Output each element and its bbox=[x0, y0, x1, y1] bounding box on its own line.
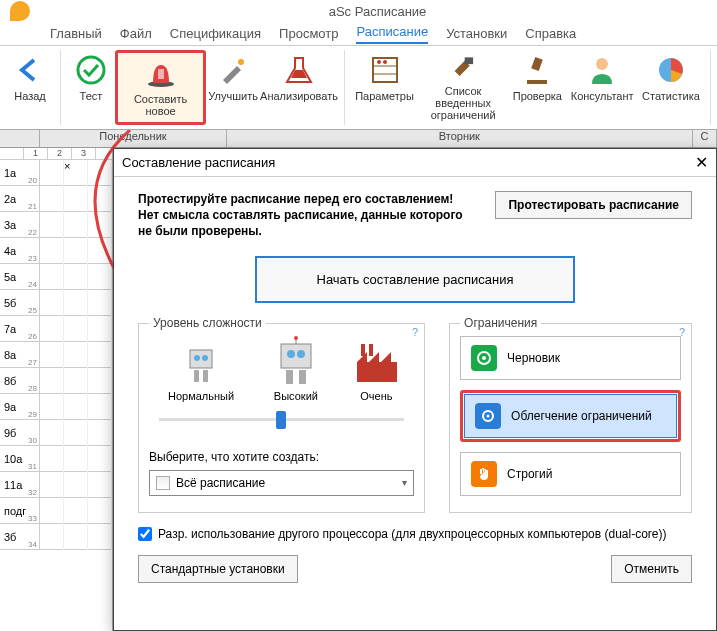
params-button[interactable]: Параметры bbox=[351, 50, 418, 125]
scope-value: Всё расписание bbox=[176, 476, 265, 490]
help-icon[interactable]: ? bbox=[412, 326, 418, 338]
robot-big-icon bbox=[269, 336, 323, 384]
constraints-fieldset: Ограничения ? Черновик Облегчение ограни… bbox=[449, 323, 692, 513]
stats-label: Статистика bbox=[642, 90, 700, 102]
tab-spec[interactable]: Спецификация bbox=[170, 26, 261, 41]
class-label: 1а20 bbox=[0, 160, 40, 185]
class-row: 3а22 bbox=[0, 212, 112, 238]
person-icon bbox=[586, 54, 618, 86]
dualcore-checkbox-row[interactable]: Разр. использование другого процессора (… bbox=[138, 527, 692, 541]
svg-point-17 bbox=[202, 355, 208, 361]
back-button[interactable]: Назад bbox=[6, 50, 54, 125]
class-label: подг33 bbox=[0, 498, 40, 523]
defaults-button[interactable]: Стандартные установки bbox=[138, 555, 298, 583]
robot-small-icon bbox=[174, 336, 228, 384]
constraint-relax[interactable]: Облегчение ограничений bbox=[464, 394, 677, 438]
difficulty-high[interactable]: Высокий bbox=[253, 336, 339, 402]
class-row: 5б25 bbox=[0, 290, 112, 316]
svg-rect-11 bbox=[527, 80, 547, 84]
class-row: 3б34 bbox=[0, 524, 112, 550]
difficulty-very[interactable]: Очень bbox=[339, 336, 414, 402]
improve-button[interactable]: Улучшить bbox=[206, 50, 260, 125]
class-label: 2а21 bbox=[0, 186, 40, 211]
scope-combobox[interactable]: Всё расписание ▾ bbox=[149, 470, 414, 496]
svg-rect-27 bbox=[357, 362, 397, 382]
constraints-list-button[interactable]: Список введенных ограничений bbox=[418, 50, 508, 125]
tab-view[interactable]: Просмотр bbox=[279, 26, 338, 41]
consultant-label: Консультант bbox=[571, 90, 634, 102]
svg-rect-19 bbox=[203, 370, 208, 382]
class-row: 11а32 bbox=[0, 472, 112, 498]
class-row: 4а23 bbox=[0, 238, 112, 264]
close-icon[interactable]: ✕ bbox=[695, 153, 708, 172]
constraint-strict-label: Строгий bbox=[507, 467, 552, 481]
calendar-icon bbox=[156, 476, 170, 490]
class-label: 5б25 bbox=[0, 290, 40, 315]
class-row: 9а29 bbox=[0, 394, 112, 420]
svg-rect-24 bbox=[299, 370, 306, 384]
class-label: 3б34 bbox=[0, 524, 40, 549]
svg-rect-18 bbox=[194, 370, 199, 382]
constraint-strict[interactable]: Строгий bbox=[460, 452, 681, 496]
generate-dialog: Составление расписания ✕ Протестируйте р… bbox=[113, 148, 717, 631]
class-row: 1а20× bbox=[0, 160, 112, 186]
constraints-list-label: Список введенных ограничений bbox=[424, 85, 502, 121]
class-label: 9б30 bbox=[0, 420, 40, 445]
stats-button[interactable]: Статистика bbox=[638, 50, 704, 125]
day-wed: С bbox=[693, 130, 717, 147]
check-label: Проверка bbox=[513, 90, 562, 102]
class-label: 7а26 bbox=[0, 316, 40, 341]
class-label: 8б28 bbox=[0, 368, 40, 393]
constraint-draft[interactable]: Черновик bbox=[460, 336, 681, 380]
tab-file[interactable]: Файл bbox=[120, 26, 152, 41]
svg-rect-23 bbox=[286, 370, 293, 384]
class-row: 5а24 bbox=[0, 264, 112, 290]
dualcore-checkbox[interactable] bbox=[138, 527, 152, 541]
class-row: 9б30 bbox=[0, 420, 112, 446]
class-label: 4а23 bbox=[0, 238, 40, 263]
annotation-highlight: Облегчение ограничений bbox=[460, 390, 681, 442]
class-label: 8а27 bbox=[0, 342, 40, 367]
class-row: 10а31 bbox=[0, 446, 112, 472]
main-menu: Главный Файл Спецификация Просмотр Распи… bbox=[0, 22, 717, 46]
pie-chart-icon bbox=[655, 54, 687, 86]
class-label: 11а32 bbox=[0, 472, 40, 497]
cancel-button[interactable]: Отменить bbox=[611, 555, 692, 583]
difficulty-slider[interactable] bbox=[149, 408, 414, 432]
target-icon bbox=[471, 345, 497, 371]
tab-help[interactable]: Справка bbox=[525, 26, 576, 41]
tab-settings[interactable]: Установки bbox=[446, 26, 507, 41]
params-label: Параметры bbox=[355, 90, 414, 102]
constraints-legend: Ограничения bbox=[460, 316, 541, 330]
tab-schedule[interactable]: Расписание bbox=[356, 24, 428, 44]
constraint-draft-label: Черновик bbox=[507, 351, 560, 365]
day-mon: Понедельник bbox=[40, 130, 227, 147]
generate-new-button[interactable]: Составить новое bbox=[115, 50, 206, 125]
svg-point-33 bbox=[487, 414, 490, 417]
hand-stop-icon bbox=[471, 461, 497, 487]
difficulty-normal[interactable]: Нормальный bbox=[149, 336, 253, 402]
day-tue: Вторник bbox=[227, 130, 693, 147]
app-logo-icon bbox=[10, 1, 30, 21]
abacus-icon bbox=[369, 54, 401, 86]
back-label: Назад bbox=[14, 90, 46, 102]
analyze-label: Анализировать bbox=[260, 90, 338, 102]
svg-point-21 bbox=[287, 350, 295, 358]
tab-main[interactable]: Главный bbox=[50, 26, 102, 41]
class-label: 10а31 bbox=[0, 446, 40, 471]
svg-rect-15 bbox=[190, 350, 212, 368]
check-button[interactable]: Проверка bbox=[508, 50, 566, 125]
test-schedule-button[interactable]: Протестировать расписание bbox=[495, 191, 692, 219]
diff-high-label: Высокий bbox=[274, 390, 318, 402]
start-generation-button[interactable]: Начать составление расписания bbox=[255, 256, 576, 303]
consultant-button[interactable]: Консультант bbox=[567, 50, 638, 125]
analyze-button[interactable]: Анализировать bbox=[260, 50, 338, 125]
help-icon[interactable]: ? bbox=[679, 326, 685, 338]
generate-new-label: Составить новое bbox=[124, 93, 197, 117]
day-header: Понедельник Вторник С bbox=[0, 130, 717, 148]
test-button[interactable]: Тест bbox=[67, 50, 115, 125]
difficulty-fieldset: Уровень сложности ? Нормальный Высокий О… bbox=[138, 323, 425, 513]
select-label: Выберите, что хотите создать: bbox=[149, 450, 414, 464]
dualcore-label: Разр. использование другого процессора (… bbox=[158, 527, 667, 541]
svg-rect-9 bbox=[465, 57, 473, 64]
